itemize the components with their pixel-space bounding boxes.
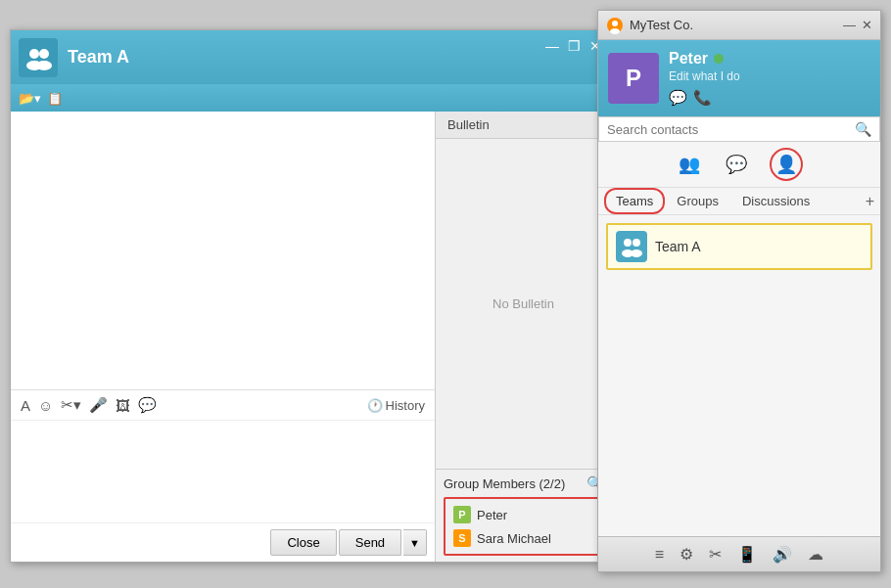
message-action-button[interactable]: 💬 — [669, 89, 687, 107]
svg-point-6 — [610, 28, 620, 34]
nav-icons-row: 👥 💬 👤 — [598, 142, 880, 188]
group-members-title: Group Members (2/2) — [444, 476, 565, 491]
send-dropdown-button[interactable]: ▼ — [403, 529, 427, 556]
chat-titlebar: Team A — ❒ ✕ — [11, 30, 611, 84]
mic-icon: 🎤 — [89, 396, 108, 413]
tabs-row: Teams Groups Discussions + — [598, 188, 880, 215]
chat-input-area: A ☺ ✂▾ 🎤 🖼 💬 🕐 — [11, 389, 435, 562]
list-item[interactable]: Team A — [606, 223, 872, 270]
list-footer-button[interactable]: ≡ — [655, 546, 664, 564]
chat-body: A ☺ ✂▾ 🎤 🖼 💬 🕐 — [11, 112, 611, 562]
sidebar-controls: — ✕ — [843, 18, 872, 32]
profile-actions: 💬 📞 — [669, 89, 870, 107]
chat-title: Team A — [68, 47, 603, 68]
font-button[interactable]: A — [21, 397, 30, 414]
search-input[interactable] — [607, 122, 855, 137]
phone-action-button[interactable]: 📞 — [693, 89, 712, 107]
scissors-button[interactable]: ✂▾ — [61, 396, 81, 414]
sidebar-close-button[interactable]: ✕ — [862, 18, 872, 32]
sidebar-titlebar: MyTest Co. — ✕ — [598, 11, 880, 40]
svg-point-7 — [624, 239, 632, 247]
svg-point-5 — [612, 21, 618, 26]
export-icon: 📋 — [47, 91, 63, 106]
settings-footer-button[interactable]: ⚙ — [680, 545, 693, 564]
app-icon — [606, 17, 624, 34]
tab-groups[interactable]: Groups — [665, 188, 730, 214]
toolbar-export-btn[interactable]: 📋 — [47, 91, 63, 106]
tools-footer-button[interactable]: ✂ — [709, 545, 722, 564]
chat-input[interactable] — [11, 421, 435, 519]
profile-info: Peter Edit what I do 💬 📞 — [669, 50, 870, 107]
person-icon-button[interactable]: 👤 — [770, 148, 803, 181]
history-button[interactable]: 🕐 History — [367, 398, 425, 413]
history-icon: 🕐 — [367, 398, 383, 413]
chat-messages — [11, 112, 435, 389]
svg-point-3 — [36, 61, 52, 70]
list-item: S Sara Michael — [449, 526, 597, 550]
maximize-button[interactable]: ❒ — [566, 38, 582, 54]
search-bar: 🔍 — [598, 116, 880, 142]
sidebar-minimize-button[interactable]: — — [843, 18, 856, 32]
group-members-section: Group Members (2/2) 🔍 P Peter S Sara Mic… — [436, 469, 611, 562]
group-members-header: Group Members (2/2) 🔍 — [444, 475, 603, 491]
cloud-footer-button[interactable]: ☁ — [808, 545, 823, 564]
member-name: Sara Michael — [477, 531, 551, 546]
add-tab-button[interactable]: + — [866, 193, 874, 210]
minimize-button[interactable]: — — [544, 38, 560, 54]
profile-name: Peter — [669, 50, 870, 68]
image-icon: 🖼 — [116, 397, 130, 414]
svg-point-1 — [39, 49, 49, 59]
avatar: P — [608, 53, 659, 104]
tab-discussions[interactable]: Discussions — [730, 188, 821, 214]
svg-point-8 — [633, 239, 640, 247]
sidebar-footer: ≡ ⚙ ✂ 📱 🔊 ☁ — [598, 536, 880, 571]
sidebar: MyTest Co. — ✕ P Peter Edit what I do 💬 … — [597, 10, 881, 572]
toolbar-upload-btn[interactable]: 📂▾ — [19, 91, 41, 106]
chat-icon-button[interactable]: 💬 — [723, 151, 750, 178]
chat-main: A ☺ ✂▾ 🎤 🖼 💬 🕐 — [11, 112, 435, 562]
send-button[interactable]: Send — [339, 529, 401, 556]
input-toolbar: A ☺ ✂▾ 🎤 🖼 💬 🕐 — [11, 390, 435, 421]
bulletin-content: No Bulletin — [436, 139, 611, 469]
profile-status[interactable]: Edit what I do — [669, 69, 870, 83]
chat-window: Team A — ❒ ✕ 📂▾ 📋 A ☺ ✂▾ — [10, 29, 612, 563]
mic-button[interactable]: 🎤 — [89, 396, 108, 414]
online-status-icon — [714, 54, 724, 64]
format-icon: 💬 — [138, 396, 157, 413]
sound-footer-button[interactable]: 🔊 — [773, 545, 792, 564]
emoji-button[interactable]: ☺ — [38, 397, 53, 414]
avatar: S — [453, 529, 471, 547]
scissors-icon: ✂▾ — [61, 396, 81, 413]
group-members-list: P Peter S Sara Michael — [444, 497, 603, 556]
contacts-icon-button[interactable]: 👥 — [676, 151, 703, 178]
mobile-footer-button[interactable]: 📱 — [737, 545, 757, 564]
avatar: P — [453, 506, 471, 523]
svg-point-0 — [29, 49, 39, 59]
app-title: MyTest Co. — [630, 18, 843, 32]
chat-toolbar: 📂▾ 📋 — [11, 84, 611, 112]
profile-section: P Peter Edit what I do 💬 📞 — [598, 40, 880, 116]
right-panel: Bulletin No Bulletin Group Members (2/2)… — [435, 112, 611, 562]
svg-point-10 — [631, 249, 642, 257]
list-item: P Peter — [449, 503, 597, 526]
chat-team-icon — [19, 38, 58, 77]
teams-list: Team A — [598, 215, 880, 536]
search-button[interactable]: 🔍 — [855, 121, 871, 137]
titlebar-controls: — ❒ ✕ — [544, 38, 603, 54]
tab-teams[interactable]: Teams — [604, 188, 665, 214]
close-chat-button[interactable]: Close — [270, 529, 336, 556]
bulletin-tab[interactable]: Bulletin — [436, 112, 611, 139]
team-icon — [616, 231, 647, 262]
team-name: Team A — [655, 239, 701, 254]
chat-format-button[interactable]: 💬 — [138, 396, 157, 414]
input-buttons: Close Send ▼ — [11, 522, 435, 562]
member-name: Peter — [477, 508, 507, 522]
upload-icon: 📂▾ — [19, 91, 41, 106]
no-bulletin-text: No Bulletin — [492, 296, 554, 311]
image-button[interactable]: 🖼 — [116, 397, 130, 414]
